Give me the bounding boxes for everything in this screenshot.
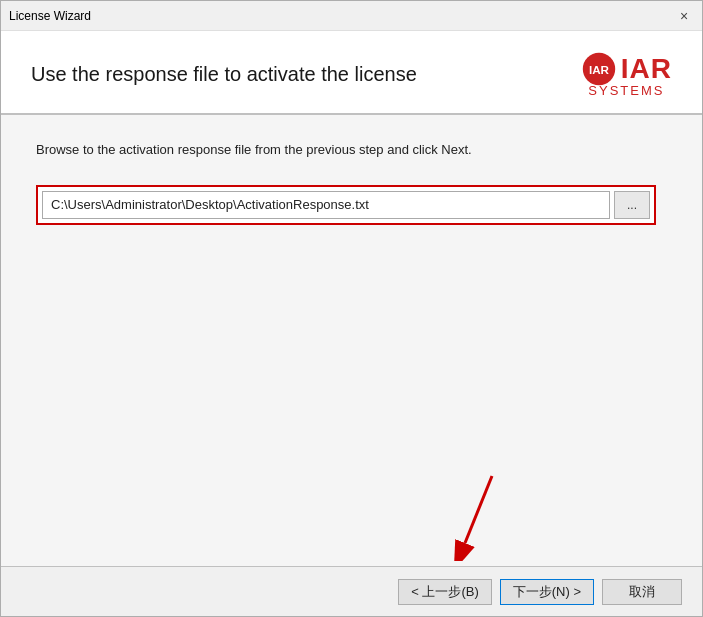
cancel-button[interactable]: 取消 [602,579,682,605]
next-button[interactable]: 下一步(N) > [500,579,594,605]
iar-text: IAR [621,53,672,85]
description-text: Browse to the activation response file f… [36,140,667,160]
back-button[interactable]: < 上一步(B) [398,579,492,605]
title-bar: License Wizard × [1,1,702,31]
svg-text:IAR: IAR [589,63,610,76]
close-button[interactable]: × [674,6,694,26]
page-title: Use the response file to activate the li… [31,63,417,86]
systems-text: SYSTEMS [588,83,664,98]
iar-logo-icon: IAR [581,51,617,87]
file-path-input[interactable] [42,191,610,219]
header-section: Use the response file to activate the li… [1,31,702,115]
file-input-container: ... [36,185,656,225]
browse-button[interactable]: ... [614,191,650,219]
content-area: Browse to the activation response file f… [1,115,702,566]
window-title: License Wizard [9,9,91,23]
license-wizard-window: License Wizard × Use the response file t… [0,0,703,617]
iar-logo: IAR IAR SYSTEMS [581,51,672,98]
footer-bar: < 上一步(B) 下一步(N) > 取消 [1,566,702,616]
iar-logo-top: IAR IAR [581,51,672,87]
